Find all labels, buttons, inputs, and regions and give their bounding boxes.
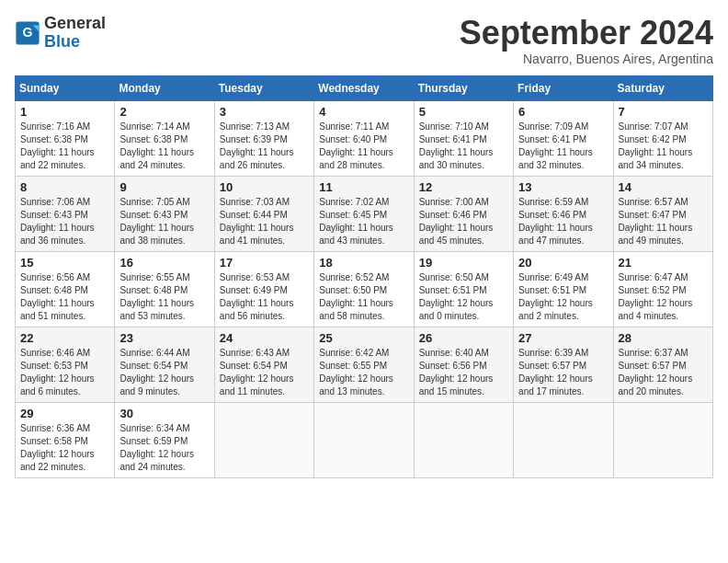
calendar-cell-2: 2Sunrise: 7:14 AM Sunset: 6:38 PM Daylig… [115, 100, 214, 176]
calendar-cell-17: 17Sunrise: 6:53 AM Sunset: 6:49 PM Dayli… [214, 251, 313, 327]
day-info: Sunrise: 6:44 AM Sunset: 6:54 PM Dayligh… [119, 347, 209, 398]
day-number: 4 [319, 105, 408, 119]
day-number: 10 [220, 180, 309, 194]
logo-general-text: General [44, 14, 106, 32]
day-number: 3 [220, 105, 309, 119]
calendar-cell-23: 23Sunrise: 6:44 AM Sunset: 6:54 PM Dayli… [115, 327, 214, 402]
day-info: Sunrise: 7:14 AM Sunset: 6:38 PM Dayligh… [119, 121, 209, 172]
day-info: Sunrise: 7:16 AM Sunset: 6:38 PM Dayligh… [20, 121, 109, 172]
day-info: Sunrise: 6:49 AM Sunset: 6:51 PM Dayligh… [518, 271, 608, 323]
day-number: 17 [220, 256, 309, 270]
location-subtitle: Navarro, Buenos Aires, Argentina [460, 52, 713, 66]
day-number: 22 [20, 331, 109, 345]
day-info: Sunrise: 6:56 AM Sunset: 6:48 PM Dayligh… [20, 271, 109, 323]
day-info: Sunrise: 7:13 AM Sunset: 6:39 PM Dayligh… [220, 121, 309, 172]
calendar-cell-empty [314, 402, 414, 477]
calendar-header-wednesday: Wednesday [314, 75, 414, 100]
day-number: 25 [319, 331, 408, 345]
day-number: 7 [619, 105, 708, 119]
title-area: September 2024 Navarro, Buenos Aires, Ar… [460, 15, 713, 66]
day-info: Sunrise: 6:53 AM Sunset: 6:49 PM Dayligh… [220, 271, 309, 323]
day-info: Sunrise: 7:10 AM Sunset: 6:41 PM Dayligh… [419, 121, 508, 172]
calendar-cell-5: 5Sunrise: 7:10 AM Sunset: 6:41 PM Daylig… [414, 100, 513, 176]
day-info: Sunrise: 6:39 AM Sunset: 6:57 PM Dayligh… [518, 347, 608, 398]
calendar-week-3: 15Sunrise: 6:56 AM Sunset: 6:48 PM Dayli… [16, 251, 713, 327]
calendar-header-row: SundayMondayTuesdayWednesdayThursdayFrid… [16, 75, 713, 100]
calendar-cell-7: 7Sunrise: 7:07 AM Sunset: 6:42 PM Daylig… [613, 100, 712, 176]
day-number: 21 [619, 256, 708, 270]
calendar-cell-19: 19Sunrise: 6:50 AM Sunset: 6:51 PM Dayli… [414, 251, 513, 327]
calendar-week-2: 8Sunrise: 7:06 AM Sunset: 6:43 PM Daylig… [16, 176, 713, 251]
day-info: Sunrise: 7:11 AM Sunset: 6:40 PM Dayligh… [319, 121, 408, 172]
day-info: Sunrise: 7:09 AM Sunset: 6:41 PM Dayligh… [518, 121, 608, 172]
day-info: Sunrise: 6:52 AM Sunset: 6:50 PM Dayligh… [319, 271, 408, 323]
day-number: 13 [518, 180, 608, 194]
day-info: Sunrise: 7:07 AM Sunset: 6:42 PM Dayligh… [619, 121, 708, 172]
calendar-cell-24: 24Sunrise: 6:43 AM Sunset: 6:54 PM Dayli… [214, 327, 313, 402]
calendar-cell-8: 8Sunrise: 7:06 AM Sunset: 6:43 PM Daylig… [16, 176, 115, 251]
day-number: 28 [619, 331, 708, 345]
day-info: Sunrise: 6:46 AM Sunset: 6:53 PM Dayligh… [20, 347, 109, 398]
day-number: 26 [419, 331, 508, 345]
day-info: Sunrise: 6:59 AM Sunset: 6:46 PM Dayligh… [518, 196, 608, 247]
calendar-cell-15: 15Sunrise: 6:56 AM Sunset: 6:48 PM Dayli… [16, 251, 115, 327]
day-number: 29 [20, 407, 109, 420]
day-number: 12 [419, 180, 508, 194]
day-number: 27 [518, 331, 608, 345]
day-number: 9 [119, 180, 209, 194]
logo-icon: G [15, 20, 40, 46]
calendar-table: SundayMondayTuesdayWednesdayThursdayFrid… [15, 75, 713, 478]
calendar-cell-4: 4Sunrise: 7:11 AM Sunset: 6:40 PM Daylig… [314, 100, 414, 176]
calendar-cell-21: 21Sunrise: 6:47 AM Sunset: 6:52 PM Dayli… [613, 251, 712, 327]
day-info: Sunrise: 6:40 AM Sunset: 6:56 PM Dayligh… [419, 347, 508, 398]
calendar-header-monday: Monday [115, 75, 214, 100]
calendar-header-friday: Friday [514, 75, 613, 100]
day-info: Sunrise: 6:47 AM Sunset: 6:52 PM Dayligh… [619, 271, 708, 323]
calendar-cell-empty [613, 402, 712, 477]
logo-blue-text: Blue [44, 32, 80, 51]
calendar-week-4: 22Sunrise: 6:46 AM Sunset: 6:53 PM Dayli… [16, 327, 713, 402]
day-number: 5 [419, 105, 508, 119]
calendar-cell-3: 3Sunrise: 7:13 AM Sunset: 6:39 PM Daylig… [214, 100, 313, 176]
calendar-cell-25: 25Sunrise: 6:42 AM Sunset: 6:55 PM Dayli… [314, 327, 414, 402]
calendar-header-sunday: Sunday [16, 75, 115, 100]
calendar-cell-16: 16Sunrise: 6:55 AM Sunset: 6:48 PM Dayli… [115, 251, 214, 327]
calendar-cell-9: 9Sunrise: 7:05 AM Sunset: 6:43 PM Daylig… [115, 176, 214, 251]
day-number: 19 [419, 256, 508, 270]
day-info: Sunrise: 6:36 AM Sunset: 6:58 PM Dayligh… [20, 422, 109, 474]
calendar-cell-28: 28Sunrise: 6:37 AM Sunset: 6:57 PM Dayli… [613, 327, 712, 402]
svg-text:G: G [23, 25, 33, 40]
day-info: Sunrise: 7:06 AM Sunset: 6:43 PM Dayligh… [20, 196, 109, 247]
calendar-cell-1: 1Sunrise: 7:16 AM Sunset: 6:38 PM Daylig… [16, 100, 115, 176]
calendar-cell-27: 27Sunrise: 6:39 AM Sunset: 6:57 PM Dayli… [514, 327, 613, 402]
day-info: Sunrise: 7:03 AM Sunset: 6:44 PM Dayligh… [220, 196, 309, 247]
calendar-week-1: 1Sunrise: 7:16 AM Sunset: 6:38 PM Daylig… [16, 100, 713, 176]
calendar-cell-18: 18Sunrise: 6:52 AM Sunset: 6:50 PM Dayli… [314, 251, 414, 327]
calendar-cell-13: 13Sunrise: 6:59 AM Sunset: 6:46 PM Dayli… [514, 176, 613, 251]
day-number: 20 [518, 256, 608, 270]
day-number: 2 [119, 105, 209, 119]
calendar-cell-22: 22Sunrise: 6:46 AM Sunset: 6:53 PM Dayli… [16, 327, 115, 402]
calendar-cell-6: 6Sunrise: 7:09 AM Sunset: 6:41 PM Daylig… [514, 100, 613, 176]
day-info: Sunrise: 6:50 AM Sunset: 6:51 PM Dayligh… [419, 271, 508, 323]
calendar-cell-26: 26Sunrise: 6:40 AM Sunset: 6:56 PM Dayli… [414, 327, 513, 402]
calendar-cell-empty [514, 402, 613, 477]
calendar-cell-10: 10Sunrise: 7:03 AM Sunset: 6:44 PM Dayli… [214, 176, 313, 251]
day-number: 6 [518, 105, 608, 119]
day-number: 14 [619, 180, 708, 194]
calendar-cell-14: 14Sunrise: 6:57 AM Sunset: 6:47 PM Dayli… [613, 176, 712, 251]
day-number: 8 [20, 180, 109, 194]
day-number: 18 [319, 256, 408, 270]
calendar-cell-12: 12Sunrise: 7:00 AM Sunset: 6:46 PM Dayli… [414, 176, 513, 251]
day-info: Sunrise: 6:55 AM Sunset: 6:48 PM Dayligh… [119, 271, 209, 323]
logo: G General Blue [15, 15, 106, 52]
day-number: 15 [20, 256, 109, 270]
calendar-cell-empty [214, 402, 313, 477]
day-info: Sunrise: 6:43 AM Sunset: 6:54 PM Dayligh… [220, 347, 309, 398]
calendar-cell-29: 29Sunrise: 6:36 AM Sunset: 6:58 PM Dayli… [16, 402, 115, 477]
day-info: Sunrise: 7:00 AM Sunset: 6:46 PM Dayligh… [419, 196, 508, 247]
day-info: Sunrise: 6:57 AM Sunset: 6:47 PM Dayligh… [619, 196, 708, 247]
calendar-header-tuesday: Tuesday [214, 75, 313, 100]
day-info: Sunrise: 7:05 AM Sunset: 6:43 PM Dayligh… [119, 196, 209, 247]
calendar-week-5: 29Sunrise: 6:36 AM Sunset: 6:58 PM Dayli… [16, 402, 713, 477]
